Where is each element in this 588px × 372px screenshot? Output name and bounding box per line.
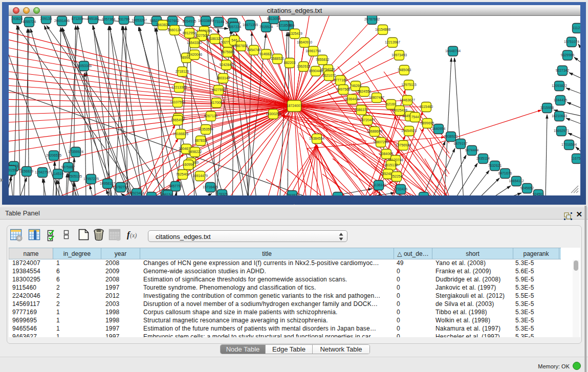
svg-text:96154: 96154 (163, 193, 173, 195)
svg-text:2803144: 2803144 (216, 76, 230, 80)
svg-text:10973493: 10973493 (391, 53, 407, 57)
svg-text:19384554: 19384554 (309, 137, 324, 140)
svg-text:9777169: 9777169 (334, 78, 347, 82)
svg-text:19166825: 19166825 (173, 132, 188, 136)
svg-text:16107553: 16107553 (170, 100, 185, 104)
svg-text:(x): (x) (130, 232, 137, 239)
svg-text:9498222: 9498222 (188, 150, 202, 154)
svg-text:6899695: 6899695 (421, 121, 434, 125)
svg-text:924501: 924501 (533, 192, 545, 195)
svg-text:7663822: 7663822 (156, 23, 170, 27)
svg-text:19463627: 19463627 (400, 98, 415, 102)
svg-text:17016504: 17016504 (561, 143, 577, 146)
svg-text:20787682: 20787682 (364, 17, 380, 21)
svg-text:20053346: 20053346 (76, 64, 92, 68)
svg-text:18300295: 18300295 (266, 112, 281, 116)
svg-text:17957225: 17957225 (83, 177, 99, 181)
svg-text:3824554: 3824554 (358, 90, 372, 93)
svg-text:20206535: 20206535 (46, 154, 61, 157)
svg-text:39159: 39159 (9, 168, 16, 172)
svg-text:16033809: 16033809 (198, 19, 213, 23)
svg-text:8454749: 8454749 (247, 48, 261, 52)
svg-text:1244415: 1244415 (554, 98, 568, 102)
svg-text:9329966: 9329966 (561, 53, 575, 57)
svg-text:19654923: 19654923 (401, 129, 417, 133)
svg-text:12213383: 12213383 (171, 85, 187, 89)
svg-text:15692971: 15692971 (554, 129, 569, 133)
svg-text:160994: 160994 (183, 163, 194, 166)
svg-text:1362615: 1362615 (297, 64, 311, 68)
svg-text:16210643: 16210643 (552, 114, 567, 118)
svg-text:7386372: 7386372 (355, 108, 368, 112)
svg-text:9474444: 9474444 (465, 148, 479, 152)
svg-text:7515524: 7515524 (259, 25, 273, 29)
svg-text:6497568: 6497568 (337, 87, 351, 91)
svg-text:8813054: 8813054 (267, 17, 281, 20)
svg-text:9084067: 9084067 (380, 152, 394, 156)
svg-text:62160: 62160 (386, 102, 396, 106)
svg-text:209135: 209135 (40, 17, 52, 20)
svg-text:10807487: 10807487 (369, 96, 384, 99)
svg-text:11353594: 11353594 (198, 127, 213, 131)
svg-text:8660124: 8660124 (168, 28, 182, 32)
svg-text:9227342: 9227342 (556, 69, 570, 72)
svg-text:16782759: 16782759 (113, 185, 128, 189)
svg-text:9245652: 9245652 (520, 186, 534, 190)
svg-text:8938923: 8938923 (444, 135, 458, 138)
svg-text:1621072: 1621072 (322, 74, 336, 77)
svg-text:20364436: 20364436 (344, 97, 360, 101)
svg-text:15720407: 15720407 (360, 118, 375, 122)
svg-text:22420046: 22420046 (187, 53, 202, 56)
svg-text:9146821: 9146821 (259, 52, 273, 56)
svg-text:8427552: 8427552 (212, 88, 226, 92)
svg-text:10958187: 10958187 (100, 182, 115, 185)
svg-text:1615132: 1615132 (384, 163, 398, 167)
svg-text:20691406: 20691406 (54, 19, 70, 23)
svg-text:14136141: 14136141 (371, 183, 386, 187)
svg-text:9245012: 9245012 (417, 195, 431, 195)
svg-text:772031: 772031 (332, 195, 344, 195)
svg-text:7544: 7544 (411, 115, 419, 119)
svg-text:2935114: 2935114 (476, 157, 490, 160)
svg-text:11325419: 11325419 (287, 32, 302, 35)
svg-text:16914479: 16914479 (192, 174, 208, 178)
svg-text:10654112: 10654112 (509, 179, 524, 183)
svg-text:746266: 746266 (350, 84, 362, 87)
svg-text:12505135: 12505135 (67, 174, 82, 178)
svg-text:16154808: 16154808 (375, 28, 390, 31)
svg-text:3215958: 3215958 (540, 106, 554, 110)
svg-text:17359924: 17359924 (68, 150, 83, 154)
svg-text:1057364: 1057364 (102, 17, 116, 21)
svg-text:7855812: 7855812 (316, 58, 330, 61)
svg-text:1733426: 1733426 (394, 187, 408, 191)
svg-text:178325: 178325 (216, 192, 228, 195)
svg-text:9457791: 9457791 (169, 184, 183, 188)
svg-text:9327500: 9327500 (195, 34, 209, 37)
svg-text:193824: 193824 (11, 17, 23, 20)
svg-text:8990448: 8990448 (309, 69, 323, 73)
svg-text:18807299: 18807299 (373, 140, 388, 144)
svg-text:114519: 114519 (52, 172, 63, 176)
svg-text:9975887: 9975887 (61, 165, 75, 169)
svg-text:12923468: 12923468 (129, 191, 144, 195)
svg-text:10653267: 10653267 (132, 18, 147, 22)
svg-text:15751074: 15751074 (564, 40, 579, 43)
svg-text:7485063: 7485063 (398, 68, 411, 72)
svg-text:8186328: 8186328 (208, 37, 222, 40)
svg-text:995184: 995184 (88, 17, 99, 20)
svg-text:116753: 116753 (571, 157, 580, 160)
svg-text:12093822: 12093822 (552, 84, 567, 87)
svg-text:1440954: 1440954 (432, 127, 446, 130)
svg-text:7625402: 7625402 (176, 172, 190, 176)
svg-text:3675685: 3675685 (221, 50, 235, 54)
svg-text:18724007: 18724007 (287, 104, 302, 107)
svg-text:8264915: 8264915 (183, 19, 197, 23)
svg-text:19756928: 19756928 (396, 143, 411, 147)
svg-text:16961758: 16961758 (306, 49, 321, 53)
svg-text:871205: 871205 (72, 17, 83, 20)
svg-text:8912954: 8912954 (183, 31, 197, 35)
svg-text:12975115: 12975115 (401, 83, 417, 86)
svg-text:870154: 870154 (146, 195, 158, 195)
svg-text:882203: 882203 (284, 61, 296, 64)
svg-text:1588520: 1588520 (271, 57, 285, 60)
